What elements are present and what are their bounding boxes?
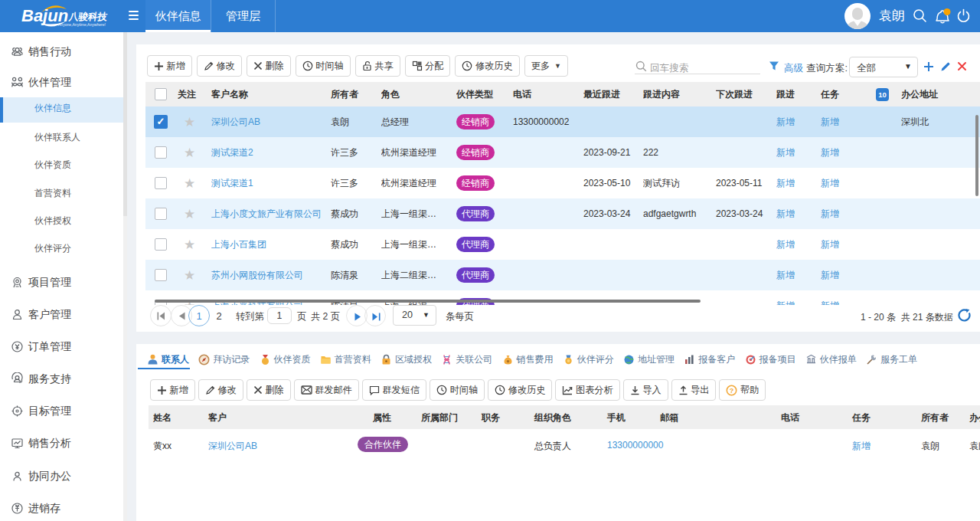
svg-text:?: ?	[730, 387, 734, 395]
